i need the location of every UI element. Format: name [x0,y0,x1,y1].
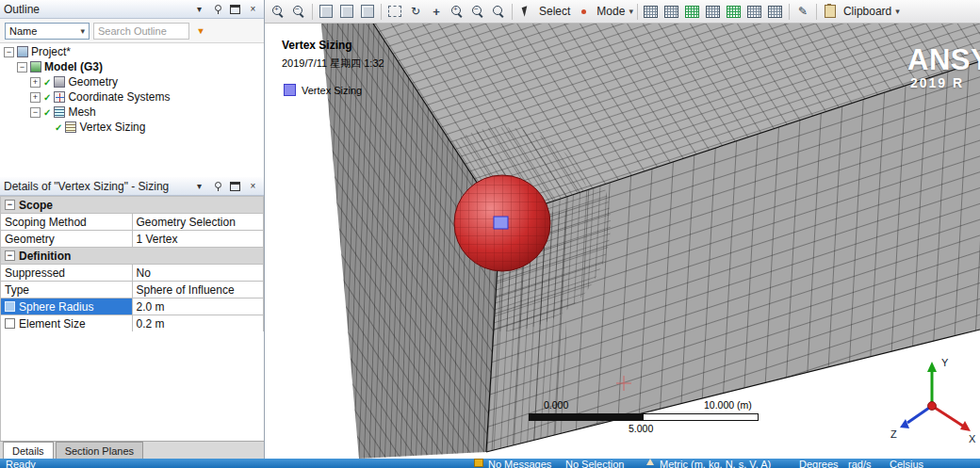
close-icon[interactable]: × [246,2,260,16]
geometry-icon [54,76,65,88]
outline-tree: − Project* − Model (G3) + ✓ Geometry + ✓… [0,44,264,177]
tree-item-coordinate-systems[interactable]: + ✓ Coordinate Systems [0,89,264,105]
details-section-scope[interactable]: − Scope [1,197,264,214]
bottom-tab-bar: Details Section Planes [0,441,264,459]
pin-icon[interactable] [210,2,224,16]
tab-section-planes[interactable]: Section Planes [56,442,143,459]
parameter-checkbox[interactable] [5,301,15,312]
chevron-down-icon[interactable]: ▾ [192,2,206,16]
orientation-triad[interactable]: Y X Z [875,351,979,457]
property-value[interactable]: Sphere of Influence [132,282,264,299]
cursor-icon[interactable] [516,2,535,21]
collapse-icon[interactable]: − [4,47,14,57]
details-row-sphere-radius[interactable]: Sphere Radius 2.0 m [1,299,264,315]
tree-item-mesh[interactable]: − ✓ Mesh [0,105,264,120]
status-units[interactable]: Metric (m, kg, N, s, V, A) [660,459,771,468]
details-table: − Scope Scoping Method Geometry Selectio… [0,196,264,332]
property-value[interactable]: Geometry Selection [132,214,264,231]
edge-coloring-icon[interactable] [745,2,764,21]
toolbar-separator [789,4,790,20]
status-selection: No Selection [565,459,624,468]
shaded-exterior-icon[interactable] [662,2,681,21]
details-row-element-size[interactable]: Element Size 0.2 m [1,315,264,332]
viewports-icon[interactable] [358,2,377,21]
annotation-pencil-icon[interactable]: ✎ [793,2,812,21]
collapse-icon[interactable]: − [5,250,15,261]
property-value[interactable]: 1 Vertex [132,231,264,248]
expand-icon[interactable]: + [30,92,41,103]
property-label[interactable]: Geometry [1,231,133,248]
toolbar-separator [312,4,313,20]
close-icon[interactable]: × [246,179,260,193]
property-value[interactable]: No [132,265,264,282]
zoom-in-icon[interactable]: + [448,2,466,21]
show-mesh-icon[interactable] [683,2,702,21]
wireframe-icon[interactable] [642,2,661,21]
details-row-suppressed[interactable]: Suppressed No [1,265,264,282]
section-plane-icon[interactable] [725,2,743,21]
project-icon [17,46,28,57]
status-bar: Ready No Messages No Selection Metric (m… [0,459,980,468]
name-filter-dropdown[interactable]: Name ▾ [5,23,90,40]
property-label[interactable]: Type [1,282,133,299]
property-value[interactable]: 2.0 m [132,299,264,315]
pin-icon[interactable] [210,179,224,193]
toolbar-separator [512,4,513,20]
float-window-icon[interactable] [228,2,242,16]
tab-details[interactable]: Details [3,442,54,459]
iso-view-icon[interactable] [317,2,335,21]
vertex-marker[interactable] [494,217,508,229]
property-label[interactable]: Scoping Method [1,214,133,231]
details-panel-body [0,331,264,441]
section-label: Scope [19,199,53,212]
look-at-face-icon[interactable] [337,2,356,21]
pan-icon[interactable]: + [427,2,446,21]
triad-z-label: Z [890,428,897,440]
3d-canvas[interactable]: Vertex Sizing 2019/7/11 星期四 1:32 Vertex … [265,24,980,459]
property-label[interactable]: Element Size [1,315,133,332]
select-menu[interactable]: Select [537,5,572,18]
chevron-down-icon[interactable]: ▾ [895,7,900,16]
chevron-down-icon[interactable]: ▾ [629,7,633,16]
details-row-geometry[interactable]: Geometry 1 Vertex [1,231,264,248]
search-outline-input[interactable] [93,23,189,40]
legend-swatch [284,84,296,96]
property-value[interactable]: 0.2 m [132,315,264,332]
rotate-icon[interactable]: ↻ [406,2,425,21]
status-angle-units: Degrees [799,459,839,468]
expand-icon[interactable]: + [30,77,41,88]
collapse-icon[interactable]: − [5,200,15,210]
clipboard-menu[interactable]: Clipboard [841,5,893,18]
tree-item-project[interactable]: − Project* [0,44,264,59]
triad-y-label: Y [941,357,949,368]
tree-item-vertex-sizing[interactable]: ✓ Vertex Sizing [0,120,264,135]
zoom-fit-icon[interactable] [489,2,508,21]
thicken-annotation-icon[interactable] [766,2,785,21]
zoom-box-out-icon[interactable]: − [289,2,308,21]
parameter-checkbox[interactable] [5,318,15,329]
zoom-out-icon[interactable]: − [468,2,487,21]
search-options-icon[interactable]: ▾ [193,24,208,39]
property-label[interactable]: Suppressed [1,265,133,282]
status-messages[interactable]: No Messages [488,459,551,468]
meshed-cube-model[interactable] [265,24,980,459]
mode-menu[interactable]: Mode [595,5,627,18]
tree-item-model[interactable]: − Model (G3) [0,59,264,74]
annotation-date: 2019/7/11 星期四 1:32 [282,56,384,71]
tree-item-geometry[interactable]: + ✓ Geometry [0,74,264,89]
collapse-icon[interactable]: − [30,107,41,118]
messages-icon[interactable] [474,459,483,467]
clipboard-icon[interactable] [821,2,840,21]
zoom-box-in-icon[interactable]: + [269,2,287,21]
float-window-icon[interactable] [228,179,242,193]
details-section-definition[interactable]: − Definition [1,248,264,265]
tree-item-label: Geometry [68,75,118,89]
select-box-icon[interactable] [385,2,404,21]
property-label[interactable]: Sphere Radius [1,299,133,315]
details-row-scoping-method[interactable]: Scoping Method Geometry Selection [1,214,264,231]
show-vertices-icon[interactable] [704,2,723,21]
logo-text: ANSYS [907,44,980,75]
details-row-type[interactable]: Type Sphere of Influence [1,282,264,299]
chevron-down-icon[interactable]: ▾ [192,179,206,193]
collapse-icon[interactable]: − [17,62,27,73]
